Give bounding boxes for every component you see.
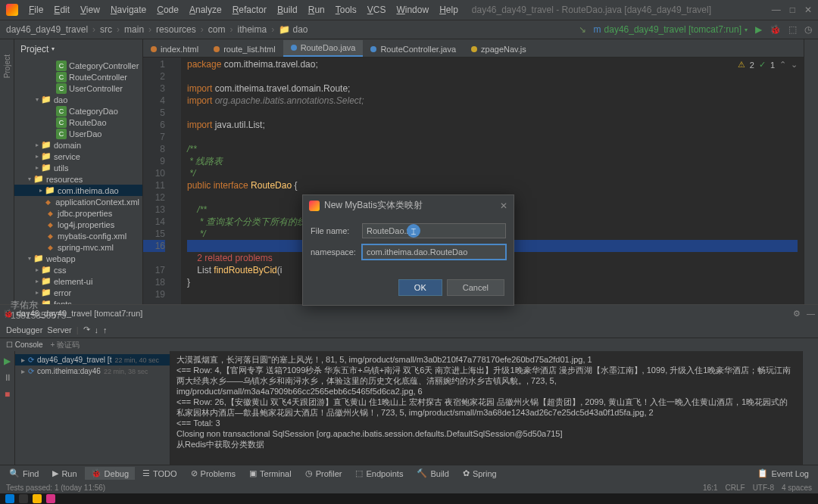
- verify-tab[interactable]: + 验证码: [50, 340, 80, 350]
- menu-help[interactable]: Help: [435, 3, 463, 17]
- debug-frame[interactable]: ▸ ⟳ day46_day49_travel [t 22 min, 40 sec: [15, 354, 170, 366]
- tree-item[interactable]: ▸error: [14, 287, 142, 298]
- tree-item[interactable]: ▸utils: [14, 162, 142, 173]
- profile-icon[interactable]: ◷: [804, 24, 812, 35]
- tree-item[interactable]: mybatis-config.xml: [14, 230, 142, 241]
- menu-tools[interactable]: Tools: [331, 3, 361, 17]
- tree-item[interactable]: ▸service: [14, 151, 142, 162]
- tool-endpoints[interactable]: ⬚Endpoints: [349, 467, 409, 480]
- menu-view[interactable]: View: [76, 3, 105, 17]
- run-icon[interactable]: ▶: [755, 24, 762, 35]
- tree-item[interactable]: CategoryDao: [14, 105, 142, 117]
- menu-build[interactable]: Build: [273, 3, 302, 17]
- tool-spring[interactable]: ✿Spring: [457, 467, 503, 480]
- taskbar-app-icon[interactable]: [19, 494, 28, 503]
- event-log-button[interactable]: 📋Event Log: [751, 467, 815, 480]
- taskbar-app-icon[interactable]: [33, 494, 42, 503]
- build-icon[interactable]: ↘: [579, 24, 586, 35]
- breadcrumb-segment[interactable]: main: [124, 24, 144, 35]
- debug-icon[interactable]: 🐞: [770, 24, 781, 35]
- editor-tab[interactable]: RouteDao.java: [283, 40, 364, 57]
- debug-minimize-icon[interactable]: —: [807, 309, 815, 319]
- breadcrumb-segment[interactable]: day46_day49_travel: [6, 24, 88, 35]
- tree-item[interactable]: log4j.properties: [14, 219, 142, 230]
- console-subtab[interactable]: ☐ Console: [6, 341, 42, 349]
- taskbar-app-icon[interactable]: [46, 494, 55, 503]
- tree-item[interactable]: ▸element-ui: [14, 275, 142, 287]
- tree-item[interactable]: ▸css: [14, 264, 142, 275]
- tool-terminal[interactable]: ▣Terminal: [243, 467, 298, 480]
- tree-item[interactable]: CategoryController: [14, 60, 142, 71]
- status-item[interactable]: CRLF: [726, 484, 745, 492]
- tool-run[interactable]: ▶Run: [46, 467, 83, 480]
- tree-item[interactable]: UserController: [14, 82, 142, 94]
- editor-inspection[interactable]: ⚠2 ✓1 ⌃⌄: [738, 60, 798, 70]
- tool-build[interactable]: 🔨Build: [411, 467, 454, 480]
- breadcrumb-segment[interactable]: resources: [156, 24, 196, 35]
- menu-code[interactable]: Code: [152, 3, 183, 17]
- tree-item[interactable]: ▾webapp: [14, 253, 142, 264]
- ok-button[interactable]: OK: [398, 279, 442, 296]
- menu-refactor[interactable]: Refactor: [228, 3, 271, 17]
- tool-profiler[interactable]: ◷Profiler: [299, 467, 348, 480]
- tree-item[interactable]: ▸com.itheima.dao: [14, 185, 142, 196]
- tree-item[interactable]: RouteDao: [14, 117, 142, 128]
- breadcrumb-segment[interactable]: 📁 dao: [279, 24, 308, 35]
- debug-settings-icon[interactable]: ⚙: [793, 309, 801, 319]
- menu-window[interactable]: Window: [392, 3, 433, 17]
- tree-item[interactable]: RouteController: [14, 71, 142, 82]
- project-tree[interactable]: CategoryControllerRouteControllerUserCon…: [14, 58, 142, 304]
- cancel-button[interactable]: Cancel: [447, 279, 504, 296]
- editor-tab[interactable]: RouteController.java: [363, 42, 464, 57]
- tree-item[interactable]: applicationContext.xml: [14, 196, 142, 207]
- breadcrumb[interactable]: day46_day49_travel›src›main›resources›co…: [6, 24, 308, 35]
- tool-problems[interactable]: ⊘Problems: [185, 467, 242, 480]
- run-config-selector[interactable]: m day46_day49_travel [tomcat7:run] ▾: [594, 24, 748, 35]
- pause-icon[interactable]: ⏸: [3, 372, 12, 383]
- debugger-tab[interactable]: Debugger: [6, 325, 42, 334]
- frames-panel[interactable]: ▸ ⟳ day46_day49_travel [t 22 min, 40 sec…: [15, 351, 170, 465]
- editor-tab[interactable]: route_list.html: [206, 42, 283, 57]
- step-over-icon[interactable]: ↷: [83, 325, 90, 334]
- breadcrumb-segment[interactable]: itheima: [237, 24, 267, 35]
- dialog-close-icon[interactable]: ✕: [500, 201, 507, 211]
- resume-icon[interactable]: ▶: [4, 356, 11, 366]
- breadcrumb-segment[interactable]: src: [100, 24, 112, 35]
- namespace-input[interactable]: [362, 244, 506, 260]
- tree-item[interactable]: ▾dao: [14, 94, 142, 105]
- status-item[interactable]: 16:1: [703, 484, 717, 492]
- server-tab[interactable]: Server: [47, 325, 71, 334]
- breadcrumb-segment[interactable]: com: [208, 24, 226, 35]
- editor-tab[interactable]: index.html: [143, 42, 206, 57]
- minimize-icon[interactable]: —: [772, 5, 781, 15]
- tool-todo[interactable]: ☰TODO: [136, 467, 183, 480]
- tree-item[interactable]: spring-mvc.xml: [14, 241, 142, 253]
- windows-start-icon[interactable]: [5, 494, 14, 503]
- os-taskbar[interactable]: [0, 493, 818, 504]
- step-out-icon[interactable]: ↑: [103, 325, 108, 334]
- coverage-icon[interactable]: ⬚: [788, 24, 797, 35]
- menu-vcs[interactable]: VCS: [363, 3, 391, 17]
- menu-edit[interactable]: Edit: [49, 3, 74, 17]
- maximize-icon[interactable]: □: [790, 5, 795, 15]
- stop-icon[interactable]: ■: [5, 389, 10, 400]
- filename-input[interactable]: [362, 223, 506, 238]
- tool-debug[interactable]: 🐞Debug: [85, 467, 135, 480]
- status-item[interactable]: UTF-8: [753, 484, 774, 492]
- tool-find[interactable]: 🔍Find: [3, 467, 45, 480]
- status-item[interactable]: 4 spaces: [782, 484, 812, 492]
- debug-frame[interactable]: ▸ ⟳ com.itheima:day46 22 min, 38 sec: [15, 366, 170, 377]
- menu-navigate[interactable]: Navigate: [106, 3, 151, 17]
- step-into-icon[interactable]: ↓: [95, 325, 99, 334]
- project-tool-button[interactable]: Project: [3, 54, 11, 78]
- menu-file[interactable]: File: [24, 3, 48, 17]
- menu-analyze[interactable]: Analyze: [185, 3, 226, 17]
- editor-tab[interactable]: zpageNav.js: [464, 42, 534, 57]
- tree-item[interactable]: ▸domain: [14, 139, 142, 151]
- console-output[interactable]: 大漠孤烟直，长河落日圆"的塞上风光！, 81, 5, img/product/s…: [170, 351, 802, 465]
- menu-run[interactable]: Run: [304, 3, 329, 17]
- tree-item[interactable]: UserDao: [14, 128, 142, 139]
- close-icon[interactable]: ✕: [804, 5, 812, 15]
- tree-item[interactable]: ▾resources: [14, 173, 142, 185]
- tree-item[interactable]: jdbc.properties: [14, 207, 142, 219]
